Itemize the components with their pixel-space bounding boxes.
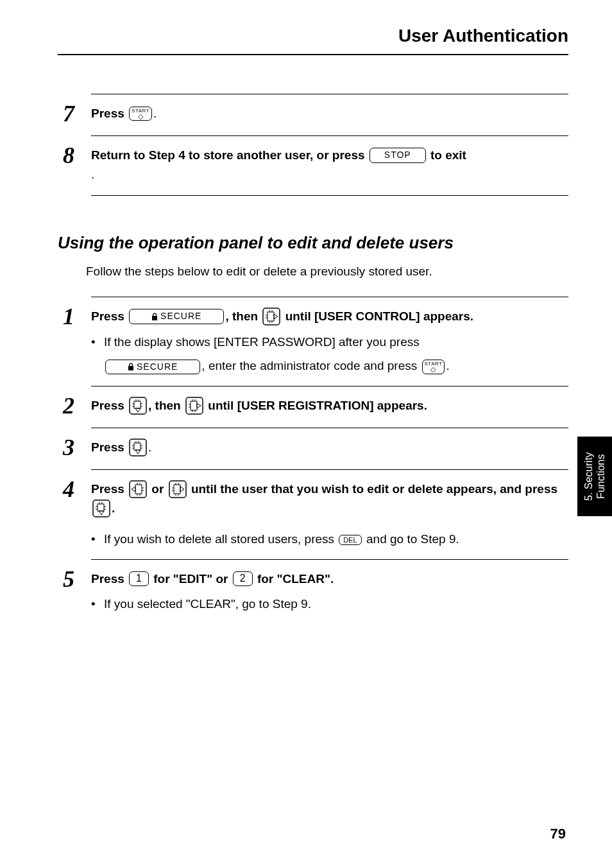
step-text: , then: [225, 309, 261, 323]
chapter-tab: 5. Security Functions: [577, 437, 612, 516]
bullet-icon: •: [91, 530, 104, 548]
chapter-tab-text: 5. Security Functions: [582, 452, 607, 501]
right-arrow-key-icon: [185, 397, 203, 415]
secure-key-icon: SECURE: [129, 309, 224, 324]
step-body: Press .: [91, 437, 568, 457]
number-2-key-icon: 2: [233, 571, 253, 586]
step-body: Press START ◇ .: [91, 103, 568, 123]
bullet-text: If the display shows [ENTER PASSWORD] af…: [104, 333, 568, 351]
start-key-icon: START ◇: [422, 360, 445, 374]
down-arrow-key-icon: [92, 499, 110, 517]
right-arrow-key-icon: [169, 480, 187, 498]
bullet-icon: •: [91, 595, 104, 613]
step-3: 3 Press .: [63, 428, 568, 469]
diamond-icon: ◇: [430, 367, 436, 373]
step-number: 4: [63, 478, 91, 501]
step-body: Press SECURE , then until [USER CONTROL]…: [91, 306, 568, 376]
bullet-item: • If the display shows [ENTER PASSWORD] …: [91, 333, 568, 351]
left-arrow-key-icon: [129, 480, 147, 498]
bullet-item: • If you wish to delete all stored users…: [91, 530, 568, 548]
svg-rect-41: [174, 485, 180, 494]
lock-icon: [128, 363, 134, 370]
page-header-title: User Authentication: [58, 26, 568, 46]
step-number: 3: [63, 436, 91, 459]
step-8: 8 Return to Step 4 to store another user…: [63, 136, 568, 194]
down-arrow-key-icon: [129, 397, 147, 415]
steps-block-2: 1 Press SECURE , then until [USER CONTRO…: [63, 297, 568, 624]
step-5: 5 Press 1 for "EDIT" or 2 for "CLEAR". •…: [63, 560, 568, 624]
separator: [91, 195, 568, 196]
step-text: for "CLEAR".: [257, 572, 334, 586]
step-body: Press , then until [USER REGISTRATION] a…: [91, 395, 568, 415]
step-text: to exit: [430, 148, 466, 162]
right-arrow-key-icon: [262, 308, 280, 326]
step-text: Press: [91, 399, 128, 412]
secure-label: SECURE: [160, 311, 201, 321]
lock-icon: [151, 313, 158, 320]
step-text: or: [151, 482, 167, 496]
step-number: 5: [63, 568, 91, 591]
step-2: 2 Press , then until [USER REGISTRATION]…: [63, 386, 568, 428]
stop-key-icon: STOP: [370, 148, 426, 162]
bullet-icon: •: [91, 333, 104, 351]
page-number: 79: [550, 826, 566, 842]
step-1: 1 Press SECURE , then until [USER CONTRO…: [63, 297, 568, 386]
diamond-icon: ◇: [138, 114, 143, 120]
step-text: until [USER CONTROL] appears.: [285, 309, 473, 323]
indent-line: SECURE , enter the administrator code an…: [104, 356, 568, 375]
step-text: until the user that you wish to edit or …: [191, 482, 557, 496]
svg-rect-33: [135, 485, 142, 494]
step-7: 7 Press START ◇ .: [63, 94, 568, 135]
step-text: Press: [91, 107, 128, 120]
svg-rect-9: [134, 401, 140, 408]
secure-key-icon: SECURE: [105, 360, 200, 374]
step-text: , then: [148, 399, 184, 412]
step-text: for "EDIT" or: [153, 572, 231, 586]
step-text: Press: [91, 572, 128, 586]
step-4: 4 Press or until the user that you wish …: [63, 470, 568, 559]
section-intro: Follow the steps below to edit or delete…: [86, 265, 568, 279]
steps-block-1: 7 Press START ◇ . 8 Return to Step 4 to …: [63, 94, 568, 196]
step-text: .: [446, 359, 449, 372]
step-text: If you wish to delete all stored users, …: [104, 532, 337, 546]
step-text: .: [91, 168, 94, 181]
bullet-text: If you wish to delete all stored users, …: [104, 530, 568, 548]
step-number: 8: [63, 144, 91, 167]
step-text: Press: [91, 309, 128, 323]
bullet-item: • If you selected "CLEAR", go to Step 9.: [91, 595, 568, 613]
step-text: .: [153, 107, 157, 120]
header-rule: [58, 54, 568, 55]
number-1-key-icon: 1: [129, 571, 149, 586]
step-text: Press: [91, 482, 128, 496]
del-key-icon: DEL: [339, 535, 361, 545]
start-key-icon: START ◇: [129, 107, 152, 121]
step-text: Press: [91, 440, 128, 454]
step-number: 2: [63, 394, 91, 417]
step-number: 7: [63, 102, 91, 125]
chapter-tab-line1: 5. Security: [583, 452, 594, 501]
section-subheading: Using the operation panel to edit and de…: [58, 233, 568, 253]
step-body: Return to Step 4 to store another user, …: [91, 145, 568, 184]
step-body: Press or until the user that you wish to…: [91, 479, 568, 549]
down-arrow-key-icon: [129, 438, 147, 456]
secure-label: SECURE: [137, 362, 178, 372]
step-text: , enter the administrator code and press: [201, 359, 420, 372]
step-number: 1: [63, 305, 91, 328]
svg-rect-17: [191, 401, 197, 410]
step-text: Return to Step 4 to store another user, …: [91, 148, 368, 162]
step-body: Press 1 for "EDIT" or 2 for "CLEAR". • I…: [91, 569, 568, 614]
chapter-tab-line2: Functions: [595, 454, 606, 498]
svg-rect-25: [134, 443, 140, 450]
step-text: .: [148, 440, 151, 454]
step-text: .: [112, 502, 115, 516]
step-text: and go to Step 9.: [366, 532, 459, 546]
svg-rect-49: [98, 504, 104, 511]
svg-rect-1: [268, 312, 274, 321]
step-text: until [USER REGISTRATION] appears.: [208, 399, 427, 412]
page-root: User Authentication 7 Press START ◇ . 8: [0, 0, 612, 868]
bullet-text: If you selected "CLEAR", go to Step 9.: [104, 595, 568, 613]
